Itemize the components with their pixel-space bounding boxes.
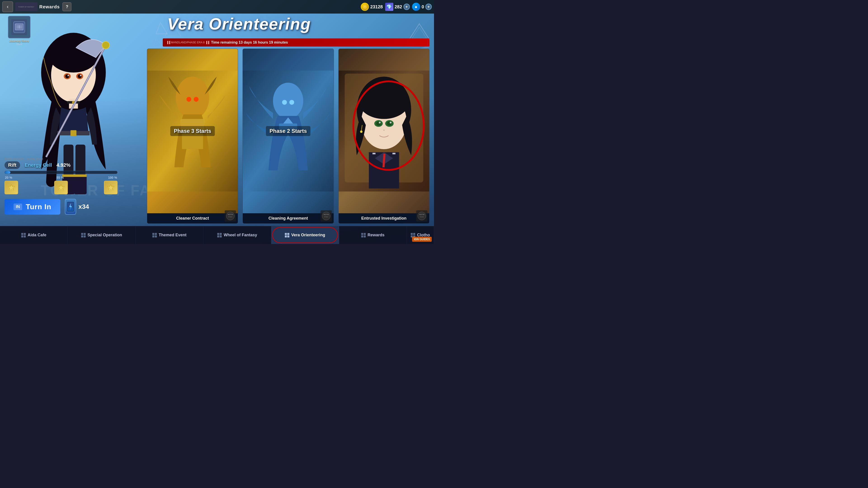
- rift-label: Rift: [4, 161, 20, 169]
- aida-cafe-label: Aida Cafe: [28, 233, 46, 237]
- progress-fill: [5, 171, 10, 174]
- tab-themed-event[interactable]: Themed Event: [135, 226, 204, 244]
- coin-currency: 🪙 23128: [361, 3, 383, 11]
- progress-markers: 20 % 55 % 100 %: [4, 176, 118, 180]
- timer-bar: ▐▐ MANDLAND/PHASE ERA 8 ▐▐ Time remainin…: [163, 38, 430, 46]
- fist-icon: [12, 20, 26, 34]
- phase-3-footer-text: Cleaner Contract: [151, 216, 234, 221]
- gem-icon: 💎: [385, 3, 393, 11]
- reward-icon-2: [54, 181, 68, 194]
- svg-point-48: [186, 97, 191, 102]
- svg-point-59: [322, 212, 330, 220]
- svg-point-66: [358, 83, 410, 119]
- svg-point-50: [226, 212, 235, 220]
- wheel-grid-icon: [217, 233, 222, 237]
- guides-badge: IGN GUIDES: [412, 237, 432, 242]
- back-button[interactable]: ‹: [2, 1, 13, 12]
- timer-text: Time remaining 13 days 16 hours 19 minut…: [211, 40, 288, 44]
- entrusted-hotta-badge: HOTTA STUDIO: [416, 210, 428, 222]
- phase-3-label: Phase 3 Starts: [170, 126, 215, 136]
- marker-55: 55 %: [57, 176, 64, 180]
- progress-bar: [4, 171, 118, 174]
- tab-special-operation[interactable]: Special Operation: [68, 226, 135, 244]
- phase-2-card[interactable]: Phase 2 Starts Cleaning Agreement HOTTA …: [243, 48, 334, 224]
- header-title-area: TOWER OF FANTASY Rewards ?: [15, 2, 71, 11]
- add-gem-button[interactable]: +: [403, 4, 410, 10]
- turn-in-area: IN Turn In x34: [4, 199, 89, 215]
- special-op-grid-icon: [81, 233, 86, 237]
- svg-marker-41: [154, 38, 163, 46]
- svg-point-72: [390, 122, 392, 124]
- svg-text:STUDIO: STUDIO: [420, 216, 424, 218]
- energy-counter: x34: [65, 199, 89, 215]
- svg-text:HOTTA: HOTTA: [419, 214, 425, 215]
- top-bar: ‹ TOWER OF FANTASY Rewards ? 🪙 23128 💎 2…: [0, 0, 434, 13]
- event-title-area: Vera Orienteering: [167, 16, 430, 32]
- themed-event-label: Themed Event: [159, 233, 186, 237]
- reward-icons-row: [4, 181, 118, 194]
- store-icon-inner: [11, 19, 27, 35]
- vera-grid-icon: [285, 233, 289, 237]
- add-blue-gem-button[interactable]: +: [426, 4, 432, 10]
- reward-icon-1: [4, 181, 18, 194]
- marker-100: 100 %: [108, 176, 117, 180]
- reward-icon-3: [104, 181, 118, 194]
- svg-point-13: [68, 75, 69, 76]
- svg-point-55: [282, 100, 287, 105]
- bottom-tab-bar: Aida Cafe Special Operation Themed Event…: [0, 226, 434, 244]
- svg-point-14: [80, 75, 82, 76]
- energy-count: x34: [79, 203, 89, 210]
- phase-2-footer: Cleaning Agreement HOTTA STUDIO: [243, 213, 333, 223]
- phase-2-hotta-badge: HOTTA STUDIO: [320, 210, 332, 222]
- svg-text:STUDIO: STUDIO: [324, 216, 328, 218]
- svg-text:STUDIO: STUDIO: [228, 216, 232, 218]
- svg-point-80: [418, 212, 426, 220]
- store-label-bottom: Store: [16, 43, 22, 45]
- help-button[interactable]: ?: [62, 2, 71, 11]
- main-content: Vera Orienteering ▐▐ MANDLAND/PHASE ERA …: [140, 13, 434, 226]
- svg-point-54: [273, 83, 303, 119]
- turn-in-text: Turn In: [26, 203, 51, 211]
- entrusted-image: [339, 49, 429, 213]
- event-title-main: Orienteering: [209, 15, 311, 33]
- entrusted-footer: Entrusted Investigation HOTTA STUDIO: [339, 213, 429, 223]
- journey-store[interactable]: Journey Store Store: [4, 16, 34, 45]
- currency-area: 🪙 23128 💎 282 + ◆ 0 +: [361, 3, 432, 11]
- rewards-title: Rewards: [39, 4, 60, 9]
- phase-3-footer: Cleaner Contract HOTTA STUDIO: [147, 213, 238, 223]
- rewards-tab-label: Rewards: [368, 233, 384, 237]
- svg-rect-76: [372, 153, 375, 154]
- svg-rect-38: [68, 207, 73, 211]
- game-logo: TOWER OF FANTASY: [15, 2, 37, 11]
- energy-item-icon: [65, 199, 76, 215]
- entrusted-footer-text: Entrusted Investigation: [342, 216, 426, 221]
- entrusted-card[interactable]: Entrusted Investigation HOTTA STUDIO: [338, 48, 430, 224]
- tab-rewards[interactable]: Rewards: [339, 226, 407, 244]
- gem-value: 282: [395, 4, 402, 9]
- svg-rect-77: [393, 153, 395, 154]
- energy-cell-label: Energy Cell: [25, 162, 52, 168]
- phase-3-hotta-badge: HOTTA STUDIO: [225, 210, 236, 222]
- themed-event-grid-icon: [152, 233, 157, 237]
- marker-20: 20 %: [5, 176, 12, 180]
- blue-gem-value: 0: [422, 4, 424, 9]
- svg-text:HOTTA: HOTTA: [228, 214, 233, 215]
- tab-aida-cafe[interactable]: Aida Cafe: [0, 226, 68, 244]
- svg-point-11: [65, 74, 69, 78]
- phase-3-image: Phase 3 Starts: [147, 49, 238, 213]
- phase-cards-area: Phase 3 Starts Cleaner Contract HOTTA ST…: [147, 48, 430, 224]
- vera-orienteering-label: Vera Orienteering: [291, 233, 325, 237]
- wheel-of-fantasy-label: Wheel of Fantasy: [223, 233, 257, 237]
- coin-value: 23128: [370, 4, 383, 9]
- tab-vera-orienteering[interactable]: Vera Orienteering: [271, 226, 339, 244]
- tab-wheel-of-fantasy[interactable]: Wheel of Fantasy: [204, 226, 271, 244]
- svg-point-45: [176, 76, 209, 119]
- rift-header: Rift Energy Cell 4.92%: [4, 161, 118, 169]
- svg-point-79: [360, 130, 363, 133]
- turn-in-button[interactable]: IN Turn In: [4, 199, 60, 215]
- phase-3-card[interactable]: Phase 3 Starts Cleaner Contract HOTTA ST…: [147, 48, 238, 224]
- entrusted-art: [339, 49, 429, 213]
- event-title-vera: Vera: [167, 15, 204, 33]
- blue-gem-icon: ◆: [412, 3, 420, 11]
- svg-point-56: [289, 100, 294, 105]
